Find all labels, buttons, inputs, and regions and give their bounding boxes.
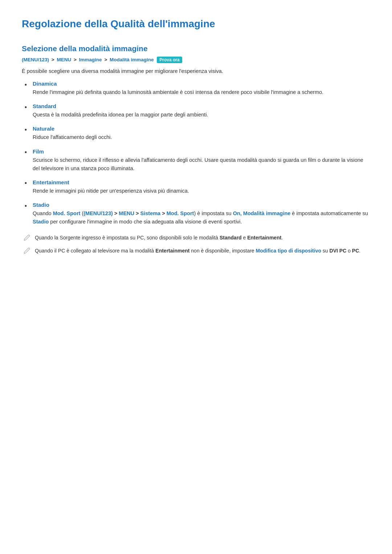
note-text-2: Quando il PC è collegato al televisore m… <box>35 247 370 255</box>
bullet-content-entertainment: Entertainment Rende le immagini più niti… <box>33 179 370 195</box>
bullet-dot-stadio <box>22 202 30 210</box>
page-title: Regolazione della Qualità dell'immagine <box>22 18 370 30</box>
desc-standard: Questa è la modalità predefinita idonea … <box>33 112 208 118</box>
note-item-2: Quando il PC è collegato al televisore m… <box>22 247 370 255</box>
section-title: Selezione della modalità immagine <box>22 44 370 53</box>
list-item-naturale: Naturale Riduce l'affaticamento degli oc… <box>22 126 370 141</box>
term-film: Film <box>33 148 370 155</box>
breadcrumb-sep1: > <box>52 57 56 62</box>
term-standard: Standard <box>33 103 370 109</box>
list-item-dinamica: Dinamica Rende l'immagine più definita q… <box>22 81 370 97</box>
desc-dinamica: Rende l'immagine più definita quando la … <box>33 89 323 95</box>
note1-entertainment: Entertainment <box>247 235 281 241</box>
pencil-icon-1 <box>22 234 32 241</box>
breadcrumb-modalita: Modalità immagine <box>110 57 154 62</box>
list-item-stadio: Stadio Quando Mod. Sport ((MENU/123) > M… <box>22 202 370 226</box>
note1-standard: Standard <box>220 235 242 241</box>
term-dinamica: Dinamica <box>33 81 370 87</box>
pencil-icon-2 <box>22 247 32 254</box>
bullet-dot-entertainment <box>22 180 30 188</box>
desc-entertainment: Rende le immagini più nitide per un'espe… <box>33 188 189 194</box>
list-item-entertainment: Entertainment Rende le immagini più niti… <box>22 179 370 195</box>
desc-film: Scurisce lo schermo, riduce il riflesso … <box>33 157 363 171</box>
inline-sep2: > <box>136 210 139 216</box>
intro-text: È possibile scegliere una diversa modali… <box>22 68 370 74</box>
inline-stadio: Stadio <box>33 219 49 225</box>
desc-stadio: Quando Mod. Sport ((MENU/123) > MENU > S… <box>33 210 368 225</box>
inline-sep3: > <box>162 210 165 216</box>
inline-mod-sport-1: Mod. Sport <box>53 210 81 216</box>
term-stadio: Stadio <box>33 202 370 208</box>
inline-sep1: > <box>114 210 117 216</box>
bullet-dot-dinamica <box>22 81 30 89</box>
breadcrumb-immagine: Immagine <box>79 57 102 62</box>
list-item-standard: Standard Questa è la modalità predefinit… <box>22 103 370 119</box>
bullet-dot-film <box>22 149 30 157</box>
note-text-1: Quando la Sorgente ingresso è impostata … <box>35 234 370 242</box>
notes-list: Quando la Sorgente ingresso è impostata … <box>22 234 370 255</box>
note-item-1: Quando la Sorgente ingresso è impostata … <box>22 234 370 242</box>
bullet-content-stadio: Stadio Quando Mod. Sport ((MENU/123) > M… <box>33 202 370 226</box>
inline-mod-sport-2: Mod. Sport <box>167 210 194 216</box>
note2-entertainment: Entertainment <box>155 248 189 254</box>
inline-menu: MENU <box>119 210 134 216</box>
term-entertainment: Entertainment <box>33 179 370 185</box>
note2-dvipc: DVI PC <box>330 248 347 254</box>
inline-on-modalita: On, Modalità immagine <box>233 210 291 216</box>
bullet-content-dinamica: Dinamica Rende l'immagine più definita q… <box>33 81 370 97</box>
term-naturale: Naturale <box>33 126 370 132</box>
inline-sistema: Sistema <box>140 210 161 216</box>
note2-modifica: Modifica tipo di dispositivo <box>256 248 321 254</box>
mode-list: Dinamica Rende l'immagine più definita q… <box>22 81 370 226</box>
bullet-dot-naturale <box>22 126 30 134</box>
breadcrumb-sep3: > <box>104 57 109 62</box>
bullet-dot-standard <box>22 103 30 111</box>
breadcrumb-sep2: > <box>74 57 78 62</box>
prova-ora-badge[interactable]: Prova ora <box>157 57 182 63</box>
desc-naturale: Riduce l'affaticamento degli occhi. <box>33 134 112 140</box>
bullet-content-naturale: Naturale Riduce l'affaticamento degli oc… <box>33 126 370 141</box>
list-item-film: Film Scurisce lo schermo, riduce il rifl… <box>22 148 370 173</box>
breadcrumb-menu123: (MENU/123) <box>22 57 49 62</box>
bullet-content-film: Film Scurisce lo schermo, riduce il rifl… <box>33 148 370 173</box>
bullet-content-standard: Standard Questa è la modalità predefinit… <box>33 103 370 119</box>
inline-menu123: (MENU/123) <box>83 210 113 216</box>
breadcrumb: (MENU/123) > MENU > Immagine > Modalità … <box>22 57 370 63</box>
breadcrumb-menu: MENU <box>57 57 71 62</box>
note2-pc: PC <box>352 248 359 254</box>
